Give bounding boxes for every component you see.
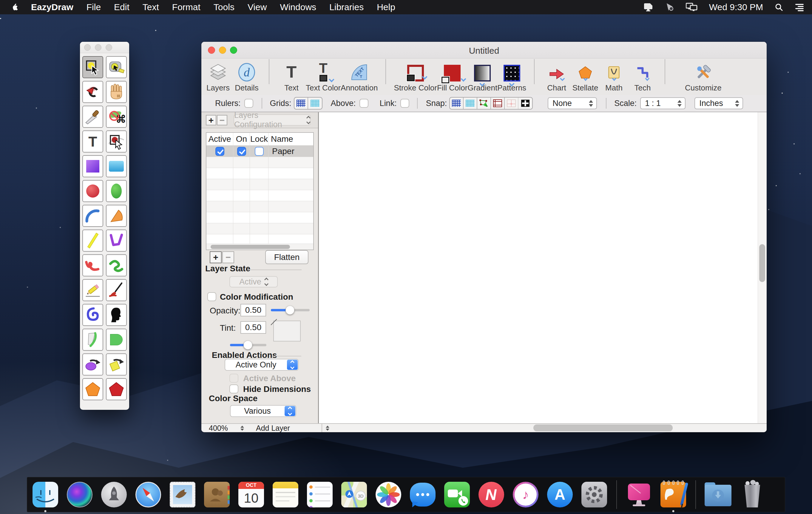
vertical-scrollbar[interactable] [758, 112, 767, 423]
toolbar-gradient[interactable]: Gradient [467, 62, 497, 92]
menu-libraries[interactable]: Libraries [329, 2, 364, 12]
dock-item-launchpad[interactable] [100, 481, 128, 509]
dock-item-siri[interactable] [66, 481, 94, 509]
add-layer-menu[interactable]: Add Layer [256, 424, 290, 433]
toolbar-customize[interactable]: Customize [685, 62, 722, 92]
tool-pentagon-orange[interactable] [82, 378, 103, 400]
dock-item-messages[interactable] [409, 481, 437, 509]
toolbar-details[interactable]: d Details [232, 62, 261, 92]
tool-arc[interactable] [82, 205, 103, 227]
menu-file[interactable]: File [87, 2, 101, 12]
layer-state-dropdown[interactable]: Active [229, 276, 278, 288]
menu-text[interactable]: Text [143, 2, 159, 12]
vertical-scroll-thumb[interactable] [759, 244, 765, 282]
tool-curve[interactable] [82, 254, 103, 276]
palette-zoom-button[interactable] [106, 44, 112, 51]
tool-pentagon-red[interactable] [106, 378, 127, 400]
rulers-checkbox[interactable] [244, 99, 253, 108]
dock-item-cleanmymac[interactable] [625, 481, 653, 509]
horizontal-scroll-thumb[interactable] [533, 425, 673, 431]
dock-item-finder[interactable] [31, 481, 59, 509]
notification-center-icon[interactable] [795, 3, 804, 11]
color-space-dropdown[interactable]: Various [230, 405, 296, 417]
tool-scale[interactable] [106, 56, 127, 78]
tool-wedge[interactable] [106, 205, 127, 227]
menu-help[interactable]: Help [377, 2, 395, 12]
toolbar-tech[interactable]: Tech [628, 62, 657, 92]
dock-item-maps[interactable]: 3D [340, 481, 368, 509]
toolbar-layers[interactable]: Layers [204, 62, 232, 92]
menu-edit[interactable]: Edit [114, 2, 129, 12]
tool-ellipse[interactable] [106, 180, 127, 202]
remove-config-button[interactable]: − [217, 115, 227, 125]
tool-freehand[interactable] [106, 254, 127, 276]
zoom-level[interactable]: 400% [209, 424, 228, 433]
paper-on-checkbox[interactable] [237, 147, 246, 156]
above-checkbox[interactable] [359, 99, 369, 108]
tint-slider[interactable] [230, 344, 266, 346]
palette-minimize-button[interactable] [95, 44, 102, 51]
paper-lock-checkbox[interactable] [255, 147, 264, 156]
add-config-button[interactable]: + [206, 115, 216, 125]
dock-item-notes[interactable] [271, 481, 299, 509]
dock-item-appstore[interactable]: A [546, 481, 574, 509]
remove-layer-button[interactable]: − [222, 251, 234, 263]
link-checkbox[interactable] [400, 99, 409, 108]
tool-pencil[interactable] [82, 279, 103, 301]
dock-item-news[interactable]: N [477, 481, 505, 509]
palette-close-button[interactable] [84, 44, 91, 51]
tool-round-end-rectangle[interactable] [106, 329, 127, 351]
toolbar-chart[interactable]: Chart [542, 62, 571, 92]
tool-rectangle[interactable] [82, 155, 103, 177]
toolbar-math[interactable]: Math [600, 62, 628, 92]
dock-item-itunes[interactable]: ♪ [512, 481, 540, 509]
tool-text[interactable]: T [82, 130, 103, 153]
tool-curl[interactable] [82, 329, 103, 351]
layers-configuration-dropdown[interactable]: Layers Configuration [234, 114, 311, 126]
dock-item-facetime[interactable] [443, 481, 471, 509]
hide-dimensions-checkbox[interactable] [229, 384, 238, 394]
toolbar-patterns[interactable]: Patterns [497, 62, 526, 92]
dock-item-trash[interactable] [738, 481, 766, 509]
flatten-button[interactable]: Flatten [265, 250, 309, 264]
toolbar-text-color[interactable]: T Text Color [306, 62, 341, 92]
dock-item-downloads[interactable] [704, 481, 732, 509]
tool-brush[interactable] [106, 279, 127, 301]
menu-tools[interactable]: Tools [213, 2, 234, 12]
active-above-checkbox[interactable] [229, 374, 238, 383]
apple-menu-icon[interactable] [11, 2, 19, 12]
tool-knife[interactable] [82, 106, 103, 128]
dock-item-safari[interactable] [134, 481, 162, 509]
add-layer-stepper[interactable] [326, 426, 329, 431]
snap-vertex-toggle[interactable] [477, 98, 491, 109]
tool-silhouette[interactable] [106, 304, 127, 326]
window-titlebar[interactable]: Untitled [201, 42, 767, 58]
spotlight-icon[interactable] [775, 3, 783, 11]
snap-mode-dropdown[interactable]: None [548, 97, 597, 109]
paper-active-checkbox[interactable] [215, 147, 224, 156]
tool-pan-hand[interactable] [106, 81, 127, 103]
mirror-displays-icon[interactable] [686, 3, 698, 11]
tool-rounded-rectangle[interactable] [106, 155, 127, 177]
color-modification-checkbox[interactable] [207, 292, 216, 301]
display-icon[interactable] [643, 3, 654, 11]
tool-vertex-edit[interactable] [106, 130, 127, 153]
paper-layer-name[interactable]: Paper [268, 146, 313, 156]
tool-rotate-rectangle[interactable] [106, 353, 127, 376]
layers-table-scrollbar[interactable] [206, 244, 313, 249]
dock-item-system-preferences[interactable] [580, 481, 608, 509]
tool-no-command[interactable]: ⌘ [106, 106, 127, 128]
menu-app-name[interactable]: EazyDraw [31, 2, 74, 12]
opacity-slider[interactable] [271, 309, 310, 311]
menu-windows[interactable]: Windows [280, 2, 316, 12]
menu-clock[interactable]: Wed 9:30 PM [709, 2, 763, 12]
enabled-actions-dropdown[interactable]: Active Only [225, 359, 299, 371]
scale-dropdown[interactable]: 1 : 1 [640, 97, 686, 109]
tool-spiral[interactable] [82, 304, 103, 326]
toolbar-fill-color[interactable]: Fill Color [437, 62, 468, 92]
snap-guides-toggle[interactable] [505, 98, 519, 109]
tint-color-well[interactable] [273, 321, 301, 342]
tool-rotate-ellipse[interactable] [82, 353, 103, 376]
add-layer-button[interactable]: + [210, 251, 222, 263]
drawing-canvas[interactable] [319, 112, 758, 424]
